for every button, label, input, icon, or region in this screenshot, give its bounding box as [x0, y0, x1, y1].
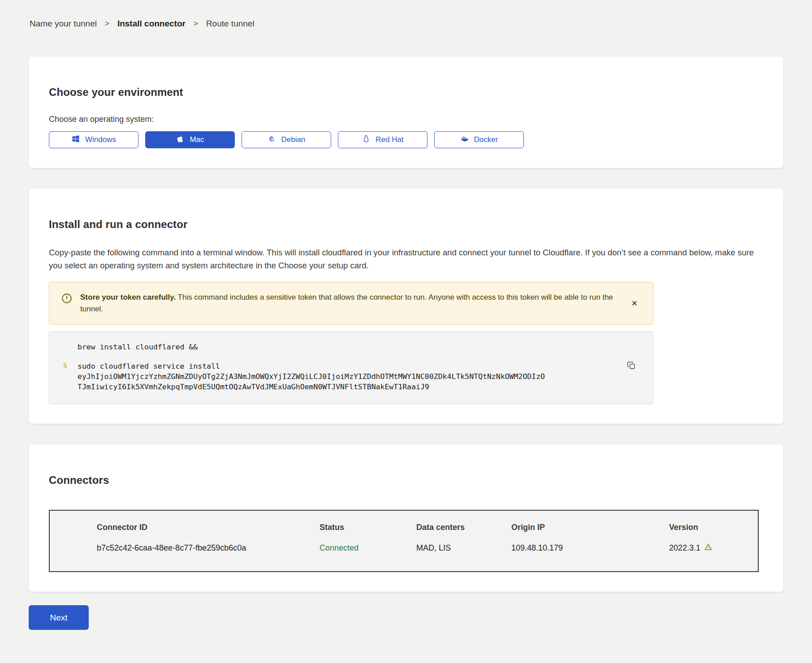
status-badge: Connected: [320, 543, 416, 553]
data-centers-cell: MAD, LIS: [416, 543, 511, 553]
token-warning-banner: Store your token carefully. This command…: [49, 282, 653, 325]
os-button-mac[interactable]: Mac: [145, 131, 235, 148]
col-header-data-centers: Data centers: [416, 523, 511, 532]
connectors-table: Connector ID Status Data centers Origin …: [49, 510, 759, 572]
version-value: 2022.3.1: [669, 543, 700, 553]
install-description: Copy-paste the following command into a …: [49, 246, 763, 272]
col-header-version: Version: [669, 523, 758, 532]
breadcrumb: Name your tunnel > Install connector > R…: [30, 19, 783, 29]
os-button-redhat[interactable]: Red Hat: [338, 131, 428, 148]
install-connector-card: Install and run a connector Copy-paste t…: [29, 189, 783, 424]
col-header-origin-ip: Origin IP: [511, 523, 669, 532]
card-title: Choose your environment: [49, 86, 763, 99]
breadcrumb-separator: >: [105, 19, 109, 28]
os-button-label: Docker: [474, 135, 498, 144]
install-command-codeblock: brew install cloudflared && $ sudo cloud…: [49, 332, 653, 404]
col-header-status: Status: [320, 523, 416, 532]
alert-triangle-icon: [704, 542, 713, 553]
copy-icon[interactable]: [626, 360, 637, 371]
os-button-label: Windows: [85, 135, 116, 144]
windows-icon: [71, 134, 80, 146]
table-header-row: Connector ID Status Data centers Origin …: [50, 523, 758, 532]
os-button-label: Mac: [190, 135, 204, 144]
wizard-footer: Next: [29, 605, 783, 630]
os-button-label: Red Hat: [376, 135, 403, 144]
shell-prompt: $: [49, 361, 78, 392]
version-cell: 2022.3.1: [669, 542, 758, 553]
tunnel-setup-page: Name your tunnel > Install connector > R…: [0, 0, 812, 648]
debian-icon: [268, 134, 276, 146]
card-title: Install and run a connector: [49, 218, 763, 231]
tux-penguin-icon: [362, 134, 371, 146]
code-line-brew: brew install cloudflared &&: [78, 343, 622, 351]
token-warning-text: Store your token carefully. This command…: [80, 292, 613, 315]
code-token-line-1: eyJhIjoiOWM1YjczYzhmZGNmZDUyOTg2ZjA3NmJm…: [78, 371, 545, 382]
code-line-sudo: sudo cloudflared service install: [78, 361, 545, 371]
apple-icon: [176, 134, 185, 146]
connector-id-cell: b7c52c42-6caa-48ee-8c77-fbe259cb6c0a: [97, 543, 320, 553]
table-row: b7c52c42-6caa-48ee-8c77-fbe259cb6c0a Con…: [50, 542, 758, 553]
origin-ip-cell: 109.48.10.179: [511, 543, 669, 553]
os-button-debian[interactable]: Debian: [242, 131, 331, 148]
choose-environment-card: Choose your environment Choose an operat…: [29, 56, 783, 168]
alert-circle-icon: [61, 293, 73, 315]
next-button[interactable]: Next: [29, 605, 89, 630]
connectors-card: Connectors Connector ID Status Data cent…: [29, 444, 783, 592]
close-icon[interactable]: ✕: [628, 297, 641, 310]
os-button-group: Windows Mac Debian Red Hat: [49, 131, 763, 148]
breadcrumb-separator: >: [194, 19, 198, 28]
card-title: Connectors: [49, 474, 763, 486]
os-button-label: Debian: [281, 135, 306, 144]
breadcrumb-name-your-tunnel[interactable]: Name your tunnel: [30, 19, 97, 29]
code-command: sudo cloudflared service install eyJhIjo…: [78, 361, 545, 392]
os-button-windows[interactable]: Windows: [49, 131, 138, 148]
os-select-label: Choose an operating system:: [49, 115, 763, 124]
docker-whale-icon: [460, 134, 469, 146]
breadcrumb-route-tunnel[interactable]: Route tunnel: [206, 19, 255, 29]
col-header-connector-id: Connector ID: [97, 523, 320, 532]
breadcrumb-install-connector[interactable]: Install connector: [117, 19, 186, 29]
os-button-docker[interactable]: Docker: [434, 131, 524, 148]
code-token-line-2: TJmIiwicyI6Ik5XVmhZekpqTmpVdE5UQmtOQzAwT…: [78, 382, 545, 392]
token-warning-bold: Store your token carefully.: [80, 293, 176, 301]
